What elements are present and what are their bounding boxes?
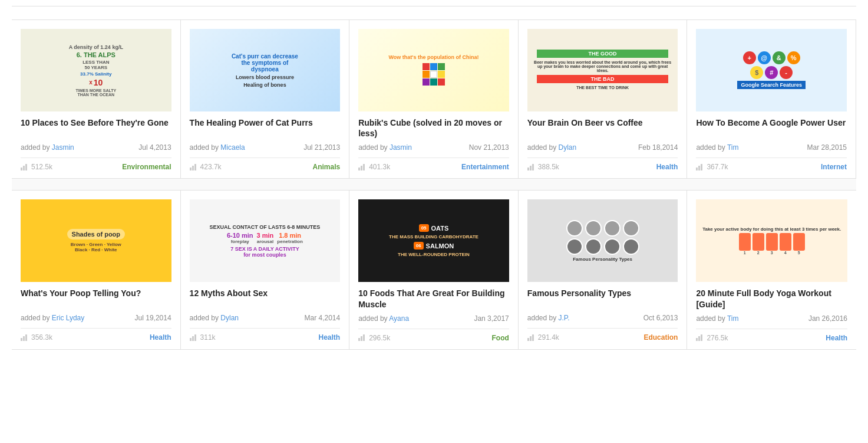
stats-bar-icon bbox=[190, 334, 196, 341]
card-author-link-personality[interactable]: J.P. bbox=[559, 314, 570, 322]
card-stats-value-cat: 423.7k bbox=[200, 163, 222, 171]
card-stats-value-beer: 388.5k bbox=[538, 163, 559, 171]
card-image-alps[interactable]: A density of 1.24 kg/L 6. THE ALPS LESS … bbox=[21, 29, 171, 111]
card-footer-rubik: 401.3k Entertainment bbox=[358, 157, 509, 171]
section-title bbox=[12, 6, 856, 19]
card-author-label: added by J.P. bbox=[527, 314, 570, 322]
card-meta-alps: added by Jasmin Jul 4,2013 bbox=[21, 143, 171, 152]
card-footer-sex: 311k Health bbox=[190, 328, 341, 342]
card-stats-value-poop: 356.3k bbox=[31, 333, 52, 342]
card-author-label: added by Tim bbox=[696, 314, 738, 323]
card-meta-personality: added by J.P. Oct 6,2013 bbox=[527, 314, 678, 322]
card-tag-food[interactable]: Food bbox=[491, 334, 509, 342]
card-date-yoga: Jan 26,2016 bbox=[808, 314, 847, 323]
stats-bar-icon bbox=[358, 164, 365, 170]
card-tag-google[interactable]: Internet bbox=[821, 163, 847, 171]
card-title-cat: The Healing Power of Cat Purrs bbox=[190, 117, 341, 139]
card-cat: Cat's purr can decreasethe symptoms ofdy… bbox=[181, 20, 350, 179]
card-author-label: added by Tim bbox=[696, 143, 738, 152]
card-tag-sex[interactable]: Health bbox=[319, 333, 341, 342]
card-footer-alps: 512.5k Environmental bbox=[21, 157, 171, 171]
card-image-personality[interactable]: Famous Personality Types bbox=[527, 199, 678, 282]
card-title-poop: What's Your Poop Telling You? bbox=[21, 288, 171, 309]
card-author-label: added by Micaela bbox=[190, 143, 245, 152]
stats-bar-icon bbox=[358, 334, 365, 341]
card-image-food[interactable]: 05 OATS THE MASS BUILDING CARBOHYDRATE 0… bbox=[358, 199, 509, 282]
stats-bar-icon bbox=[527, 164, 534, 170]
stats-bar-icon bbox=[696, 334, 702, 341]
card-stats-value-sex: 311k bbox=[200, 333, 216, 342]
card-footer-food: 296.5k Food bbox=[358, 329, 509, 342]
card-image-yoga[interactable]: Take your active body for doing this at … bbox=[696, 199, 847, 282]
card-stats-value-food: 296.5k bbox=[369, 334, 390, 342]
card-meta-cat: added by Micaela Jul 21,2013 bbox=[190, 143, 341, 152]
card-date-poop: Jul 19,2014 bbox=[135, 314, 171, 322]
card-author-label: added by Jasmin bbox=[21, 143, 74, 152]
card-author-link-alps[interactable]: Jasmin bbox=[52, 143, 74, 152]
card-date-sex: Mar 4,2014 bbox=[304, 314, 340, 322]
card-tag-cat[interactable]: Animals bbox=[313, 163, 341, 171]
card-title-alps: 10 Places to See Before They're Gone bbox=[21, 117, 171, 139]
card-image-poop[interactable]: Shades of poop Brown · Green · YellowBla… bbox=[21, 199, 171, 282]
card-tag-rubik[interactable]: Entertainment bbox=[461, 163, 509, 171]
card-poop: Shades of poop Brown · Green · YellowBla… bbox=[12, 191, 181, 349]
card-footer-cat: 423.7k Animals bbox=[190, 157, 341, 171]
card-meta-beer: added by Dylan Feb 18,2014 bbox=[527, 143, 678, 152]
card-author-link-poop[interactable]: Eric Lyday bbox=[52, 314, 85, 322]
card-meta-sex: added by Dylan Mar 4,2014 bbox=[190, 314, 341, 322]
card-footer-poop: 356.3k Health bbox=[21, 328, 171, 342]
card-title-beer: Your Brain On Beer vs Coffee bbox=[527, 117, 678, 139]
card-author-link-beer[interactable]: Dylan bbox=[559, 143, 577, 152]
card-stats-beer: 388.5k bbox=[527, 163, 559, 171]
card-author-link-cat[interactable]: Micaela bbox=[220, 143, 245, 152]
card-meta-yoga: added by Tim Jan 26,2016 bbox=[696, 314, 847, 323]
card-title-personality: Famous Personality Types bbox=[527, 288, 678, 309]
infographics-grid: A density of 1.24 kg/L 6. THE ALPS LESS … bbox=[12, 19, 856, 350]
card-title-yoga: 20 Minute Full Body Yoga Workout [Guide] bbox=[696, 288, 847, 309]
card-footer-google: 367.7k Internet bbox=[696, 157, 847, 171]
card-author-link-yoga[interactable]: Tim bbox=[727, 314, 739, 323]
card-footer-personality: 291.4k Education bbox=[527, 328, 678, 342]
card-stats-value-rubik: 401.3k bbox=[369, 163, 390, 171]
card-image-google[interactable]: + @ & % $ # - Google Search Features bbox=[696, 29, 847, 111]
card-tag-poop[interactable]: Health bbox=[150, 333, 171, 342]
card-rubik: Wow that's the population of China! Rubi… bbox=[349, 20, 519, 179]
card-meta-poop: added by Eric Lyday Jul 19,2014 bbox=[21, 314, 171, 322]
card-author-link-rubik[interactable]: Jasmin bbox=[390, 143, 412, 152]
card-tag-yoga[interactable]: Health bbox=[826, 334, 847, 342]
card-author-link-google[interactable]: Tim bbox=[727, 143, 739, 152]
card-author-label: added by Jasmin bbox=[358, 143, 412, 152]
card-tag-alps[interactable]: Environmental bbox=[122, 163, 171, 171]
card-stats-yoga: 276.5k bbox=[696, 334, 728, 342]
row-spacer bbox=[12, 179, 856, 191]
card-date-food: Jan 3,2017 bbox=[474, 314, 509, 323]
card-stats-personality: 291.4k bbox=[527, 333, 559, 342]
card-date-beer: Feb 18,2014 bbox=[638, 143, 678, 152]
card-tag-beer[interactable]: Health bbox=[656, 163, 678, 171]
card-stats-food: 296.5k bbox=[358, 334, 390, 342]
card-tag-personality[interactable]: Education bbox=[643, 333, 678, 342]
card-title-rubik: Rubik's Cube (solved in 20 moves or less… bbox=[358, 117, 509, 139]
stats-bar-icon bbox=[21, 164, 27, 170]
card-meta-google: added by Tim Mar 28,2015 bbox=[696, 143, 847, 152]
card-date-rubik: Nov 21,2013 bbox=[469, 143, 509, 152]
card-image-cat[interactable]: Cat's purr can decreasethe symptoms ofdy… bbox=[190, 29, 341, 111]
card-date-personality: Oct 6,2013 bbox=[643, 314, 678, 322]
card-stats-rubik: 401.3k bbox=[358, 163, 390, 171]
stats-bar-icon bbox=[527, 334, 534, 341]
card-image-beer[interactable]: THE GOOD Beer makes you less worried abo… bbox=[527, 29, 678, 111]
card-image-rubik[interactable]: Wow that's the population of China! bbox=[358, 29, 509, 111]
card-author-link-food[interactable]: Ayana bbox=[389, 314, 409, 323]
card-image-sex[interactable]: SEXUAL CONTACT OF LASTS 6-8 MINUTES 6-10… bbox=[190, 199, 341, 282]
card-stats-value-alps: 512.5k bbox=[31, 163, 52, 171]
card-meta-food: added by Ayana Jan 3,2017 bbox=[358, 314, 509, 323]
card-author-label: added by Eric Lyday bbox=[21, 314, 84, 322]
card-stats-cat: 423.7k bbox=[190, 163, 222, 171]
card-alps: A density of 1.24 kg/L 6. THE ALPS LESS … bbox=[12, 20, 181, 179]
stats-bar-icon bbox=[696, 164, 702, 170]
card-author-label: added by Ayana bbox=[358, 314, 409, 323]
card-author-link-sex[interactable]: Dylan bbox=[220, 314, 239, 322]
card-title-google: How To Become A Google Power User bbox=[696, 117, 847, 139]
page-container: A density of 1.24 kg/L 6. THE ALPS LESS … bbox=[0, 0, 868, 356]
card-stats-value-google: 367.7k bbox=[707, 163, 728, 171]
